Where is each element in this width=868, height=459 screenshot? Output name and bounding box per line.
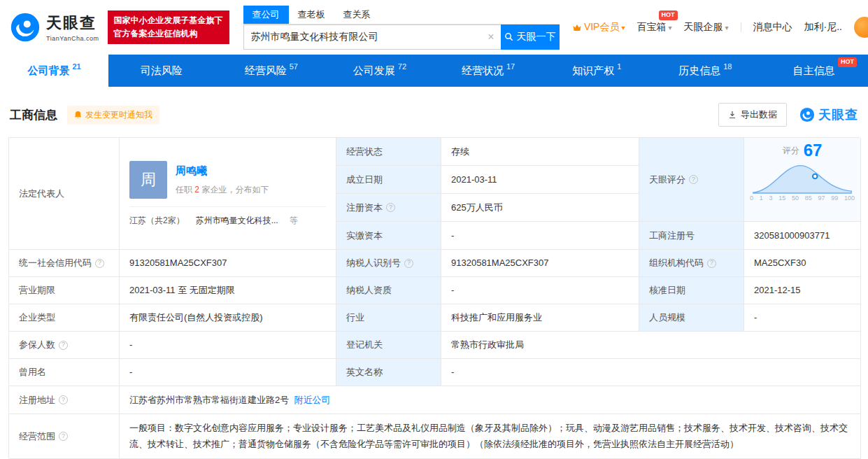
toolbox-menu[interactable]: HOT 百宝箱 ▾	[636, 21, 671, 34]
score-axis: 013 155085 9799100	[750, 194, 855, 204]
tab-history-info[interactable]: 历史信息 18	[651, 55, 760, 87]
cert-line-1: 国家中小企业发展子基金旗下	[114, 14, 223, 27]
score-prefix: 评分	[783, 144, 799, 159]
search-button[interactable]: 天眼一下	[501, 24, 560, 50]
search-block: 查公司 查老板 查关系 × 天眼一下	[243, 6, 560, 50]
search-tab-boss[interactable]: 查老板	[289, 6, 334, 24]
search-tabs: 查公司 查老板 查关系	[243, 6, 560, 24]
field-label-establish-date: 成立日期	[336, 166, 441, 194]
legal-representative-name-link[interactable]: 周鸣曦	[176, 163, 269, 179]
company-section-nav: 公司背景 21 司法风险 经营风险 57 公司发展 72 经营状况 17 知识产…	[0, 55, 868, 87]
field-label-industry: 行业	[336, 304, 441, 332]
field-label-english-name: 英文名称	[336, 359, 441, 386]
field-label-taxpayer-qualification: 纳税人资质	[336, 277, 441, 304]
score-bell-curve-chart	[750, 159, 855, 194]
field-label-tianyan-score: 天眼评分?	[639, 138, 744, 222]
field-label-registration-number: 工商注册号	[639, 222, 744, 250]
tab-label: 司法风险	[141, 64, 183, 78]
legal-representative-avatar[interactable]: 周	[129, 161, 167, 199]
tab-company-background[interactable]: 公司背景 21	[0, 55, 108, 87]
info-icon[interactable]: ?	[404, 259, 413, 268]
field-value-company-type: 有限责任公司(自然人投资或控股)	[120, 304, 336, 332]
header-menu: VIP会员 ▾ HOT 百宝箱 ▾ 天眼企服 ▾ 消息中心 加利·尼..	[572, 17, 858, 38]
search-box: ×	[243, 24, 501, 50]
download-icon	[728, 111, 737, 119]
legal-representative-tenure: 任职 2 家企业，分布如下	[176, 183, 269, 196]
field-label-business-scope: 经营范围?	[9, 414, 120, 459]
field-label-former-name: 曾用名	[9, 359, 120, 386]
vip-menu[interactable]: VIP会员 ▾	[572, 21, 625, 34]
field-value-taxpayer-id: 91320581MA25CXF307	[441, 250, 639, 277]
tianyancha-logo[interactable]: 天眼查 TianYanCha.com	[10, 12, 99, 43]
section-actions: 导出数据 天眼查	[718, 103, 858, 127]
field-label-paid-capital: 实缴资本	[336, 222, 441, 250]
tab-count: 1	[617, 62, 621, 71]
field-value-business-scope: 一般项目：数字文化创意内容应用服务；专业设计服务；工艺美术品及礼仪用品制造（象牙…	[120, 414, 861, 459]
related-company-link[interactable]: 苏州市鸣量文化科技...	[196, 214, 278, 227]
tab-count: 17	[506, 62, 515, 71]
field-label-registered-capital: 注册资本?	[336, 194, 441, 222]
watermark-label: 天眼查	[818, 106, 858, 123]
field-value-org-code: MA25CXF30	[744, 250, 861, 277]
info-icon[interactable]: ?	[689, 175, 698, 184]
chevron-down-icon: ▾	[725, 24, 729, 31]
search-row: × 天眼一下	[243, 24, 560, 50]
cert-line-2: 官方备案企业征信机构	[114, 27, 223, 41]
tab-operation-status[interactable]: 经营状况 17	[434, 55, 543, 87]
search-tab-company[interactable]: 查公司	[243, 6, 289, 24]
field-value-insured-count: -	[120, 332, 336, 359]
tab-label: 自主信息	[792, 64, 834, 78]
tab-label: 历史信息	[678, 64, 720, 78]
notify-on-change-button[interactable]: 发生变更时通知我	[67, 106, 159, 125]
field-label-org-code: 组织机构代码?	[639, 250, 744, 277]
toolbox-label: 百宝箱	[636, 21, 666, 34]
info-icon[interactable]: ?	[59, 432, 68, 441]
tab-label: 公司背景	[27, 64, 69, 78]
user-avatar[interactable]	[854, 17, 868, 38]
info-icon[interactable]: ?	[59, 395, 68, 404]
enterprise-services-menu[interactable]: 天眼企服 ▾	[684, 21, 729, 34]
info-icon[interactable]: ?	[386, 203, 395, 212]
nearby-companies-link[interactable]: 附近公司	[294, 393, 330, 407]
message-center-link[interactable]: 消息中心	[753, 21, 792, 34]
username-label: 加利·尼..	[804, 21, 842, 34]
clear-search-icon[interactable]: ×	[488, 31, 494, 43]
vip-label: VIP会员	[584, 21, 620, 34]
legal-representative-summary: 周 周鸣曦 任职 2 家企业，分布如下	[129, 161, 326, 199]
tab-judicial-risk[interactable]: 司法风险	[108, 55, 217, 87]
username-menu[interactable]: 加利·尼..	[804, 21, 842, 34]
field-value-taxpayer-qualification: -	[441, 277, 639, 304]
tianyancha-logo-icon	[799, 107, 815, 122]
tab-self-info[interactable]: 自主信息 HOT	[760, 55, 868, 87]
search-icon	[504, 32, 513, 41]
field-label-business-term: 营业期限	[9, 277, 120, 304]
info-icon[interactable]: ?	[707, 259, 716, 268]
field-value-english-name: -	[441, 359, 861, 386]
field-value-registration-number: 320581000903771	[744, 222, 861, 250]
search-input[interactable]	[244, 25, 501, 49]
page-title: 工商信息	[10, 107, 57, 123]
tab-company-development[interactable]: 公司发展 72	[325, 55, 434, 87]
bell-icon	[74, 111, 82, 119]
tab-label: 公司发展	[353, 64, 395, 78]
tab-intellectual-property[interactable]: 知识产权 1	[543, 55, 651, 87]
tab-operation-risk[interactable]: 经营风险 57	[217, 55, 325, 87]
field-value-staff-size: -	[744, 304, 861, 332]
field-label-business-status: 经营状态	[336, 138, 441, 166]
field-label-insured-count: 参保人数?	[9, 332, 120, 359]
field-value-registered-address: 江苏省苏州市常熟市常福街道建业路2号 附近公司	[120, 386, 861, 414]
export-data-button[interactable]: 导出数据	[718, 103, 787, 127]
field-value-credit-code: 91320581MA25CXF307	[120, 250, 336, 277]
info-icon[interactable]: ?	[95, 259, 104, 268]
logo-subtitle: TianYanCha.com	[46, 35, 99, 42]
info-icon[interactable]: ?	[59, 341, 68, 350]
tab-count: 57	[290, 62, 298, 71]
search-button-label: 天眼一下	[517, 31, 556, 43]
search-tab-relation[interactable]: 查关系	[334, 6, 380, 24]
score-number: 67	[804, 142, 823, 159]
field-value-establish-date: 2021-03-11	[441, 166, 639, 194]
field-label-registered-address: 注册地址?	[9, 386, 120, 414]
menu-divider	[741, 22, 741, 32]
message-center-label: 消息中心	[753, 21, 792, 34]
hot-badge: HOT	[659, 10, 678, 20]
